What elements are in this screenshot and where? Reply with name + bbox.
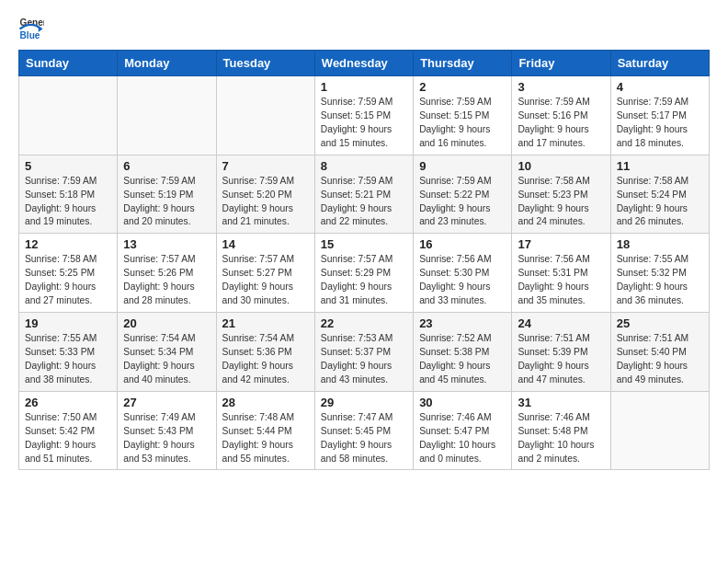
day-cell-10: 10Sunrise: 7:58 AM Sunset: 5:23 PM Dayli… bbox=[512, 155, 610, 234]
day-cell-29: 29Sunrise: 7:47 AM Sunset: 5:45 PM Dayli… bbox=[314, 391, 413, 470]
day-number: 11 bbox=[617, 159, 703, 173]
day-info: Sunrise: 7:59 AM Sunset: 5:15 PM Dayligh… bbox=[321, 96, 407, 151]
day-info: Sunrise: 7:58 AM Sunset: 5:25 PM Dayligh… bbox=[25, 253, 111, 308]
day-info: Sunrise: 7:58 AM Sunset: 5:24 PM Dayligh… bbox=[617, 175, 703, 230]
day-info: Sunrise: 7:59 AM Sunset: 5:16 PM Dayligh… bbox=[518, 96, 604, 151]
day-number: 26 bbox=[25, 396, 111, 409]
day-info: Sunrise: 7:54 AM Sunset: 5:36 PM Dayligh… bbox=[222, 332, 309, 387]
day-info: Sunrise: 7:55 AM Sunset: 5:32 PM Dayligh… bbox=[617, 253, 703, 308]
day-number: 23 bbox=[419, 316, 506, 330]
week-row-2: 5Sunrise: 7:59 AM Sunset: 5:18 PM Daylig… bbox=[19, 155, 710, 234]
day-cell-17: 17Sunrise: 7:56 AM Sunset: 5:31 PM Dayli… bbox=[512, 234, 610, 313]
day-cell-22: 22Sunrise: 7:53 AM Sunset: 5:37 PM Dayli… bbox=[314, 313, 413, 392]
day-number: 1 bbox=[321, 80, 407, 94]
day-info: Sunrise: 7:59 AM Sunset: 5:17 PM Dayligh… bbox=[617, 96, 703, 151]
day-info: Sunrise: 7:51 AM Sunset: 5:40 PM Dayligh… bbox=[617, 332, 703, 387]
day-cell-1: 1Sunrise: 7:59 AM Sunset: 5:15 PM Daylig… bbox=[314, 76, 413, 155]
day-info: Sunrise: 7:54 AM Sunset: 5:34 PM Dayligh… bbox=[123, 332, 210, 387]
day-number: 9 bbox=[419, 159, 506, 173]
weekday-sunday: Sunday bbox=[19, 51, 118, 76]
day-cell-20: 20Sunrise: 7:54 AM Sunset: 5:34 PM Dayli… bbox=[118, 313, 216, 392]
day-info: Sunrise: 7:48 AM Sunset: 5:44 PM Dayligh… bbox=[222, 411, 309, 466]
day-info: Sunrise: 7:59 AM Sunset: 5:22 PM Dayligh… bbox=[419, 175, 506, 230]
day-info: Sunrise: 7:59 AM Sunset: 5:21 PM Dayligh… bbox=[321, 175, 407, 230]
day-cell-16: 16Sunrise: 7:56 AM Sunset: 5:30 PM Dayli… bbox=[414, 234, 512, 313]
day-cell-7: 7Sunrise: 7:59 AM Sunset: 5:20 PM Daylig… bbox=[216, 155, 314, 234]
weekday-thursday: Thursday bbox=[414, 51, 512, 76]
day-number: 18 bbox=[617, 237, 703, 251]
page: General Blue SundayMondayTuesdayWednesda… bbox=[0, 0, 728, 485]
empty-cell bbox=[118, 76, 216, 155]
empty-cell bbox=[610, 391, 709, 470]
day-number: 3 bbox=[518, 80, 604, 94]
day-number: 24 bbox=[518, 316, 604, 330]
day-number: 12 bbox=[25, 237, 111, 251]
weekday-friday: Friday bbox=[512, 51, 610, 76]
day-cell-21: 21Sunrise: 7:54 AM Sunset: 5:36 PM Dayli… bbox=[216, 313, 314, 392]
day-cell-12: 12Sunrise: 7:58 AM Sunset: 5:25 PM Dayli… bbox=[19, 234, 118, 313]
week-row-4: 19Sunrise: 7:55 AM Sunset: 5:33 PM Dayli… bbox=[19, 313, 710, 392]
day-info: Sunrise: 7:56 AM Sunset: 5:31 PM Dayligh… bbox=[518, 253, 604, 308]
day-number: 21 bbox=[222, 316, 309, 330]
day-cell-13: 13Sunrise: 7:57 AM Sunset: 5:26 PM Dayli… bbox=[118, 234, 216, 313]
day-cell-24: 24Sunrise: 7:51 AM Sunset: 5:39 PM Dayli… bbox=[512, 313, 610, 392]
day-number: 17 bbox=[518, 237, 604, 251]
day-info: Sunrise: 7:49 AM Sunset: 5:43 PM Dayligh… bbox=[123, 411, 210, 466]
day-info: Sunrise: 7:52 AM Sunset: 5:38 PM Dayligh… bbox=[419, 332, 506, 387]
day-number: 31 bbox=[518, 396, 604, 409]
day-number: 22 bbox=[321, 316, 407, 330]
day-info: Sunrise: 7:46 AM Sunset: 5:47 PM Dayligh… bbox=[419, 411, 506, 466]
empty-cell bbox=[216, 76, 314, 155]
day-number: 6 bbox=[123, 159, 210, 173]
day-cell-19: 19Sunrise: 7:55 AM Sunset: 5:33 PM Dayli… bbox=[19, 313, 118, 392]
day-cell-25: 25Sunrise: 7:51 AM Sunset: 5:40 PM Dayli… bbox=[610, 313, 709, 392]
day-number: 5 bbox=[25, 159, 111, 173]
svg-text:Blue: Blue bbox=[20, 30, 40, 40]
day-info: Sunrise: 7:50 AM Sunset: 5:42 PM Dayligh… bbox=[25, 411, 111, 466]
week-row-3: 12Sunrise: 7:58 AM Sunset: 5:25 PM Dayli… bbox=[19, 234, 710, 313]
calendar-table: SundayMondayTuesdayWednesdayThursdayFrid… bbox=[18, 50, 710, 470]
day-number: 10 bbox=[518, 159, 604, 173]
day-number: 8 bbox=[321, 159, 407, 173]
weekday-header-row: SundayMondayTuesdayWednesdayThursdayFrid… bbox=[19, 51, 710, 76]
day-number: 14 bbox=[222, 237, 309, 251]
day-number: 30 bbox=[419, 396, 506, 409]
day-info: Sunrise: 7:59 AM Sunset: 5:15 PM Dayligh… bbox=[419, 96, 506, 151]
day-info: Sunrise: 7:57 AM Sunset: 5:29 PM Dayligh… bbox=[321, 253, 407, 308]
header: General Blue bbox=[18, 15, 710, 40]
logo-icon: General Blue bbox=[18, 15, 44, 40]
day-info: Sunrise: 7:55 AM Sunset: 5:33 PM Dayligh… bbox=[25, 332, 111, 387]
day-info: Sunrise: 7:58 AM Sunset: 5:23 PM Dayligh… bbox=[518, 175, 604, 230]
day-number: 20 bbox=[123, 316, 210, 330]
day-cell-27: 27Sunrise: 7:49 AM Sunset: 5:43 PM Dayli… bbox=[118, 391, 216, 470]
day-cell-4: 4Sunrise: 7:59 AM Sunset: 5:17 PM Daylig… bbox=[610, 76, 709, 155]
weekday-tuesday: Tuesday bbox=[216, 51, 314, 76]
day-cell-8: 8Sunrise: 7:59 AM Sunset: 5:21 PM Daylig… bbox=[314, 155, 413, 234]
day-cell-15: 15Sunrise: 7:57 AM Sunset: 5:29 PM Dayli… bbox=[314, 234, 413, 313]
day-cell-28: 28Sunrise: 7:48 AM Sunset: 5:44 PM Dayli… bbox=[216, 391, 314, 470]
day-number: 15 bbox=[321, 237, 407, 251]
day-number: 2 bbox=[419, 80, 506, 94]
day-cell-26: 26Sunrise: 7:50 AM Sunset: 5:42 PM Dayli… bbox=[19, 391, 118, 470]
day-info: Sunrise: 7:46 AM Sunset: 5:48 PM Dayligh… bbox=[518, 411, 604, 466]
day-cell-23: 23Sunrise: 7:52 AM Sunset: 5:38 PM Dayli… bbox=[414, 313, 512, 392]
day-number: 25 bbox=[617, 316, 703, 330]
day-number: 29 bbox=[321, 396, 407, 409]
weekday-wednesday: Wednesday bbox=[314, 51, 413, 76]
day-cell-14: 14Sunrise: 7:57 AM Sunset: 5:27 PM Dayli… bbox=[216, 234, 314, 313]
day-number: 16 bbox=[419, 237, 506, 251]
day-info: Sunrise: 7:59 AM Sunset: 5:19 PM Dayligh… bbox=[123, 175, 210, 230]
day-info: Sunrise: 7:56 AM Sunset: 5:30 PM Dayligh… bbox=[419, 253, 506, 308]
day-number: 19 bbox=[25, 316, 111, 330]
day-number: 7 bbox=[222, 159, 309, 173]
day-cell-30: 30Sunrise: 7:46 AM Sunset: 5:47 PM Dayli… bbox=[414, 391, 512, 470]
week-row-1: 1Sunrise: 7:59 AM Sunset: 5:15 PM Daylig… bbox=[19, 76, 710, 155]
day-cell-5: 5Sunrise: 7:59 AM Sunset: 5:18 PM Daylig… bbox=[19, 155, 118, 234]
day-info: Sunrise: 7:59 AM Sunset: 5:20 PM Dayligh… bbox=[222, 175, 309, 230]
day-info: Sunrise: 7:51 AM Sunset: 5:39 PM Dayligh… bbox=[518, 332, 604, 387]
day-cell-31: 31Sunrise: 7:46 AM Sunset: 5:48 PM Dayli… bbox=[512, 391, 610, 470]
day-info: Sunrise: 7:57 AM Sunset: 5:27 PM Dayligh… bbox=[222, 253, 309, 308]
empty-cell bbox=[19, 76, 118, 155]
day-info: Sunrise: 7:57 AM Sunset: 5:26 PM Dayligh… bbox=[123, 253, 210, 308]
day-info: Sunrise: 7:47 AM Sunset: 5:45 PM Dayligh… bbox=[321, 411, 407, 466]
